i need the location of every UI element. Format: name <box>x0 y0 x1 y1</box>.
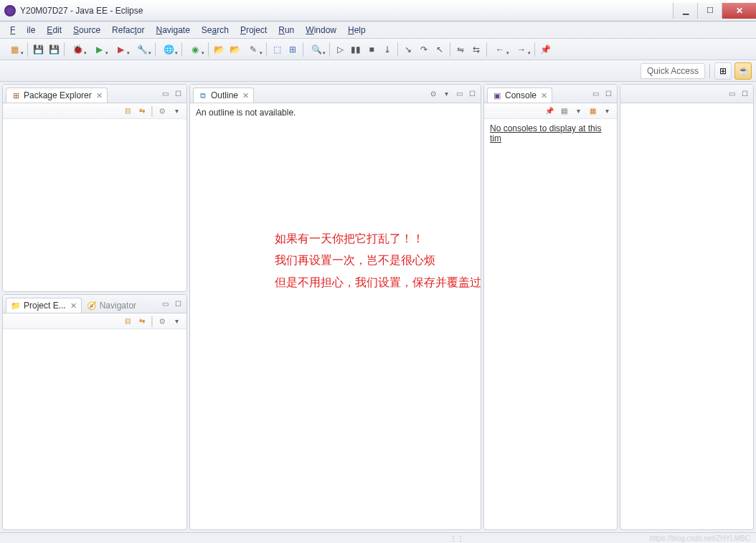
maximize-view-button[interactable]: ☐ <box>739 88 750 100</box>
close-icon[interactable]: ✕ <box>70 301 77 311</box>
collapse-all-button[interactable]: ⊟ <box>122 316 133 327</box>
run-button[interactable]: ▶ <box>89 42 109 57</box>
tab-label: Package Explorer <box>24 90 92 100</box>
open-project-button[interactable]: 📂 <box>212 42 226 57</box>
pin-console-button[interactable]: 📌 <box>544 105 555 117</box>
open-task-button[interactable]: ✎ <box>243 42 263 57</box>
display-console-button[interactable]: ▤ <box>558 105 570 117</box>
focus-task-button[interactable]: ⊙ <box>427 88 439 100</box>
forward-button[interactable]: → <box>511 42 531 57</box>
step-into-button[interactable]: ↘ <box>401 42 415 57</box>
menu-help[interactable]: Help <box>342 23 372 37</box>
open-console-button[interactable]: ▦ <box>587 105 598 117</box>
open-perspective-button[interactable]: ⊞ <box>714 62 732 80</box>
new-package-button[interactable]: ⊞ <box>285 42 300 57</box>
tab-label: Navigator <box>100 301 136 311</box>
outline-empty-text: An outline is not available. <box>196 108 296 118</box>
minimize-view-button[interactable]: ▭ <box>159 298 171 310</box>
separator <box>27 42 28 57</box>
run-last-button[interactable]: ▶ <box>110 42 131 57</box>
java-ee-perspective-button[interactable]: ☕ <box>734 62 752 80</box>
terminate-button[interactable]: ■ <box>364 42 379 57</box>
link-editor-button[interactable]: ⇆ <box>136 316 148 327</box>
step-over-button[interactable]: ↷ <box>417 42 431 57</box>
open-console-dropdown[interactable]: ▾ <box>601 105 613 117</box>
step-return-button[interactable]: ↖ <box>433 42 447 57</box>
folder-icon: 📁 <box>11 301 21 311</box>
close-button[interactable] <box>722 3 756 19</box>
tab-label: Outline <box>211 90 238 100</box>
outline-icon: ⧉ <box>198 90 208 100</box>
back-button[interactable]: ← <box>490 42 510 57</box>
minimize-button[interactable] <box>673 3 697 19</box>
link-editor-button[interactable]: ⇆ <box>136 105 148 117</box>
menu-project[interactable]: Project <box>235 23 273 37</box>
menu-navigate[interactable]: Navigate <box>150 23 195 37</box>
menu-edit[interactable]: Edit <box>41 23 67 37</box>
search-button[interactable]: 🔍 <box>306 42 326 57</box>
navigator-icon: 🧭 <box>87 301 97 311</box>
tab-console[interactable]: ▣ Console ✕ <box>487 88 552 103</box>
menu-search[interactable]: Search <box>196 23 235 37</box>
outline-body: An outline is not available. <box>190 103 481 529</box>
tab-package-explorer[interactable]: ⊞ Package Explorer ✕ <box>6 88 108 103</box>
focus-task-button[interactable]: ⊙ <box>156 316 168 327</box>
menu-window[interactable]: Window <box>300 23 342 37</box>
console-empty-text: No consoles to display at this tim <box>490 123 601 143</box>
maximize-button[interactable] <box>697 3 722 19</box>
menu-source[interactable]: Source <box>67 23 106 37</box>
separator <box>397 42 398 57</box>
external-tools-button[interactable]: 🔧 <box>132 42 152 57</box>
minimize-view-button[interactable]: ▭ <box>453 88 465 100</box>
disconnect-button[interactable]: ⤓ <box>380 42 394 57</box>
use-step-filters-button[interactable]: ⇆ <box>469 42 483 57</box>
close-icon[interactable]: ✕ <box>96 91 103 100</box>
view-menu-button[interactable]: ▾ <box>171 316 182 327</box>
view-menu-button[interactable]: ▾ <box>171 105 182 117</box>
minimize-view-button[interactable]: ▭ <box>159 88 171 100</box>
maximize-view-button[interactable]: ☐ <box>466 88 478 100</box>
open-type-button[interactable]: 📂 <box>227 42 242 57</box>
status-bar: ⋮⋮ https://blog.csdn.net/ZHYLMBC <box>0 532 756 543</box>
save-button[interactable]: 💾 <box>31 42 45 57</box>
save-all-button[interactable]: 💾 <box>47 42 61 57</box>
eclipse-icon <box>4 5 16 16</box>
new-java-element-button[interactable]: ⬚ <box>270 42 284 57</box>
focus-task-button[interactable]: ⊙ <box>156 105 168 117</box>
pin-button[interactable]: 📌 <box>538 42 552 57</box>
package-explorer-body[interactable] <box>3 119 186 291</box>
new-button[interactable]: ▦ <box>4 42 24 57</box>
maximize-view-button[interactable]: ☐ <box>172 298 184 310</box>
profile-button[interactable]: ◉ <box>185 42 205 57</box>
tab-label: Console <box>505 90 537 100</box>
outline-view: ⧉ Outline ✕ ⊙ ▾ ▭ ☐ An outline is not av… <box>189 84 481 530</box>
maximize-view-button[interactable]: ☐ <box>603 88 614 100</box>
collapse-all-button[interactable]: ⊟ <box>122 105 133 117</box>
view-menu-button[interactable]: ▾ <box>440 88 452 100</box>
menu-refactor[interactable]: Refactor <box>106 23 150 37</box>
display-console-dropdown[interactable]: ▾ <box>572 105 584 117</box>
console-icon: ▣ <box>492 90 502 100</box>
new-server-button[interactable]: 🌐 <box>159 42 179 57</box>
suspend-button[interactable]: ▮▮ <box>349 42 363 57</box>
tab-outline[interactable]: ⧉ Outline ✕ <box>193 88 254 103</box>
quick-access-field[interactable]: Quick Access <box>641 63 705 79</box>
project-explorer-body[interactable] <box>3 329 186 529</box>
drop-frame-button[interactable]: ⇋ <box>453 42 468 57</box>
watermark-text: https://blog.csdn.net/ZHYLMBC <box>650 534 750 542</box>
project-explorer-view: 📁 Project E... ✕ 🧭 Navigator ▭ ☐ ⊟ ⇆ | ⊙ <box>2 294 187 530</box>
tab-navigator[interactable]: 🧭 Navigator <box>82 298 141 313</box>
menu-run[interactable]: Run <box>273 23 300 37</box>
close-icon[interactable]: ✕ <box>242 91 249 100</box>
blank-view: ▭ ☐ <box>620 84 754 530</box>
console-body: No consoles to display at this tim <box>484 119 617 529</box>
minimize-view-button[interactable]: ▭ <box>726 88 737 100</box>
tab-project-explorer[interactable]: 📁 Project E... ✕ <box>6 298 82 313</box>
close-icon[interactable]: ✕ <box>541 91 547 100</box>
menu-file[interactable]: File <box>4 23 41 37</box>
status-handle[interactable]: ⋮⋮ <box>450 534 464 542</box>
debug-button[interactable]: 🐞 <box>67 42 88 57</box>
resume-button[interactable]: ▷ <box>333 42 347 57</box>
maximize-view-button[interactable]: ☐ <box>172 88 184 100</box>
minimize-view-button[interactable]: ▭ <box>590 88 601 100</box>
